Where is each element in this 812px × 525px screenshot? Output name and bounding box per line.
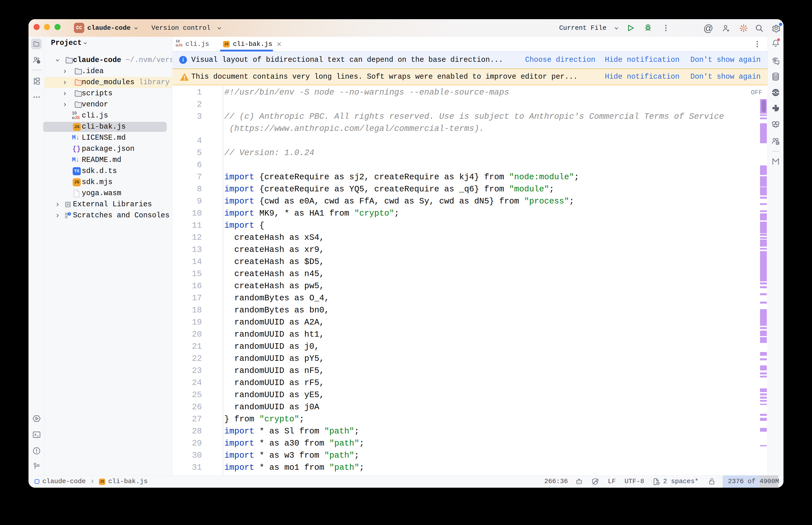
svg-text:?: ?	[38, 60, 39, 63]
